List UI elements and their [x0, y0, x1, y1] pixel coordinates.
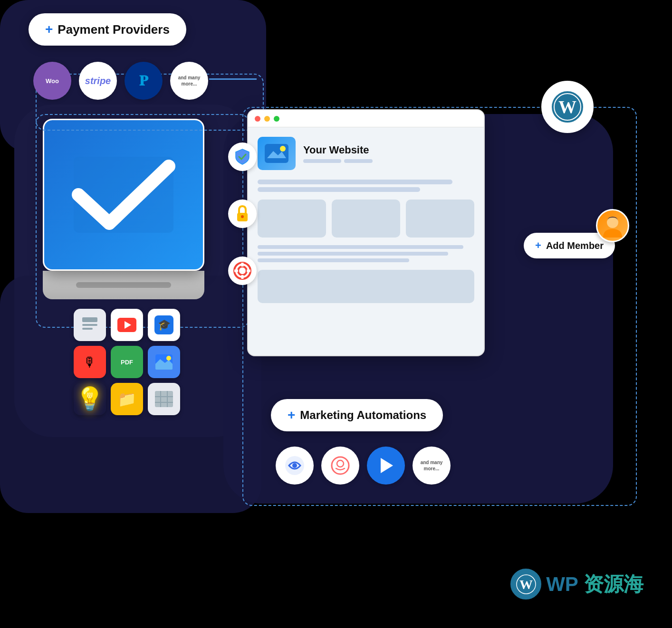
svg-point-14 — [238, 266, 247, 275]
site-image — [258, 137, 296, 170]
paypal-logo: 𝐏 — [125, 62, 163, 100]
svg-point-12 — [241, 215, 244, 218]
wp-brand-logo: W — [510, 569, 541, 599]
browser-content: Your Website — [248, 127, 484, 313]
content-card-1 — [258, 200, 326, 238]
pdf-icon: PDF — [111, 346, 143, 378]
woocommerce-logo: Woo — [33, 62, 71, 100]
marketing-automations-card: + Marketing Automations — [271, 399, 443, 431]
more-marketing-logo: and manymore... — [413, 447, 451, 485]
marketing-plus-icon: + — [288, 408, 295, 423]
person-avatar — [596, 209, 629, 242]
connector-payment — [209, 78, 257, 80]
content-card-3 — [406, 200, 474, 238]
svg-rect-2 — [82, 324, 97, 326]
site-title: Your Website — [303, 144, 373, 156]
add-member-label: Add Member — [546, 240, 604, 251]
pos-screen — [43, 119, 204, 271]
wordpress-logo-badge: W — [541, 81, 594, 133]
gallery-icon — [148, 346, 180, 378]
activecampaign-logo — [276, 447, 314, 485]
svg-point-29 — [337, 460, 344, 467]
stripe-logo: stripe — [79, 62, 117, 100]
svg-rect-6 — [155, 391, 173, 407]
bottom-card — [258, 270, 474, 303]
scene: + Payment Providers Woo stripe 𝐏 and man… — [0, 0, 672, 628]
website-mockup-container: Your Website — [247, 109, 485, 375]
marketing-title: Marketing Automations — [300, 409, 426, 422]
more-providers-logo: and manymore... — [170, 62, 208, 100]
checkmark-svg — [64, 147, 183, 242]
content-grid — [258, 200, 474, 238]
lifering-icon — [228, 257, 257, 285]
payment-logos-row: Woo stripe 𝐏 and manymore... — [33, 62, 208, 100]
browser-window: Your Website — [247, 109, 485, 356]
svg-rect-3 — [82, 328, 93, 330]
browser-bar — [248, 110, 484, 127]
pos-slot — [76, 282, 171, 288]
content-card-2 — [332, 200, 400, 238]
plus-icon: + — [45, 22, 53, 37]
svg-point-27 — [292, 463, 297, 468]
folder-icon: 📁 — [111, 383, 143, 415]
shield-icon — [228, 143, 257, 171]
site-header: Your Website — [258, 137, 474, 170]
table-icon — [148, 383, 180, 415]
groovefunnels-logo — [321, 447, 359, 485]
wp-text: WP — [546, 573, 578, 595]
text-bars — [258, 245, 474, 262]
lock-icon — [228, 200, 257, 228]
security-icons — [228, 143, 257, 285]
payment-providers-title: Payment Providers — [58, 22, 170, 37]
app-icons-grid: 🎓 🎙 PDF 💡 📁 — [74, 309, 180, 415]
svg-point-5 — [166, 356, 171, 361]
browser-dot-red — [255, 116, 260, 122]
content-bars — [258, 180, 474, 192]
svg-text:W: W — [519, 577, 533, 592]
svg-rect-1 — [82, 317, 97, 322]
svg-text:W: W — [558, 97, 576, 117]
wp-brand-text: WP 资源海 — [546, 571, 643, 598]
browser-dot-green — [274, 116, 279, 122]
brand-rest-text: 资源海 — [584, 573, 643, 595]
pos-base — [43, 271, 204, 299]
payment-providers-card: + Payment Providers — [29, 13, 186, 46]
marketing-logos-row: and manymore... — [276, 447, 451, 485]
svg-rect-19 — [265, 144, 288, 163]
add-member-plus: + — [535, 239, 541, 252]
article-icon — [74, 309, 106, 341]
sendgrid-logo — [367, 447, 405, 485]
svg-point-28 — [332, 457, 349, 474]
browser-dot-yellow — [264, 116, 270, 122]
video-icon — [111, 309, 143, 341]
svg-point-20 — [280, 146, 286, 152]
education-icon: 🎓 — [148, 309, 180, 341]
lightbulb-icon: 💡 — [74, 383, 106, 415]
podcast-icon: 🎙 — [74, 346, 106, 378]
wp-resources-brand: W WP 资源海 — [510, 569, 643, 599]
